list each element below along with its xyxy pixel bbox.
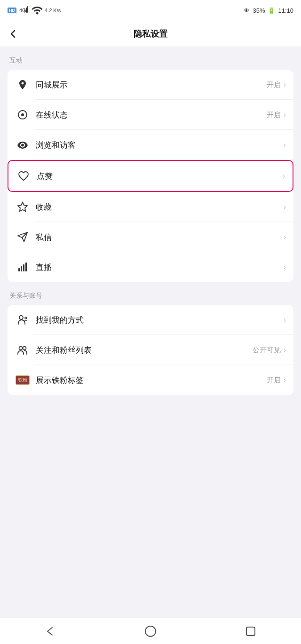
find-person-icon — [15, 312, 30, 327]
menu-text-live: 直播 — [36, 262, 284, 273]
menu-value-same-city: 开启 — [267, 80, 281, 89]
svg-point-5 — [21, 113, 24, 116]
menu-arrow-online-status: › — [284, 111, 286, 119]
battery-level: 35% — [253, 7, 265, 14]
menu-item-find-me[interactable]: 找到我的方式› — [8, 305, 293, 335]
svg-rect-1 — [24, 9, 25, 13]
wifi-icon — [32, 4, 43, 17]
follow-fans-icon — [15, 342, 30, 358]
section-label-0: 互动 — [0, 56, 301, 70]
online-icon — [15, 107, 30, 122]
svg-point-11 — [25, 317, 27, 319]
eye-icon — [15, 137, 30, 152]
nav-back-button[interactable] — [39, 620, 62, 643]
svg-rect-15 — [246, 627, 255, 636]
menu-card-0: 同城展示开启›在线状态开启›浏览和访客›点赞›收藏›私信›直播› — [8, 70, 293, 282]
section-0: 互动同城展示开启›在线状态开启›浏览和访客›点赞›收藏›私信›直播› — [0, 56, 301, 282]
menu-arrow-likes: › — [283, 172, 285, 180]
nav-home-button[interactable] — [139, 620, 162, 643]
menu-arrow-iron-fan: › — [284, 376, 286, 384]
message-icon — [15, 230, 30, 245]
menu-item-live[interactable]: 直播› — [8, 252, 293, 282]
svg-rect-9 — [25, 262, 27, 271]
menu-text-browse-visitor: 浏览和访客 — [36, 140, 284, 151]
section-label-1: 关系与账号 — [0, 292, 301, 305]
iron-fan-icon: 铁粉 — [15, 373, 30, 388]
status-right: 👁 35% 🔋 11:10 — [244, 7, 293, 14]
location-icon — [15, 77, 30, 92]
bottom-nav-bar — [0, 618, 301, 644]
speed-indicator: 4.2 K/s — [45, 8, 61, 13]
menu-item-likes[interactable]: 点赞› — [8, 161, 293, 191]
menu-arrow-follow-fans: › — [284, 346, 286, 354]
status-bar: HD 4G 4.2 K/s 👁 35% 🔋 11:10 — [0, 0, 301, 21]
menu-item-follow-fans[interactable]: 关注和粉丝列表公开可见› — [8, 335, 293, 365]
svg-rect-8 — [23, 264, 24, 271]
menu-item-browse-visitor[interactable]: 浏览和访客› — [8, 130, 293, 160]
svg-rect-3 — [27, 6, 28, 13]
menu-value-iron-fan: 开启 — [267, 376, 281, 385]
clock: 11:10 — [278, 7, 293, 14]
svg-point-12 — [19, 347, 23, 350]
menu-text-likes: 点赞 — [37, 171, 283, 182]
page-header: 隐私设置 — [0, 21, 301, 47]
menu-text-message: 私信 — [36, 232, 284, 243]
menu-item-message[interactable]: 私信› — [8, 222, 293, 252]
eye-icon: 👁 — [244, 7, 250, 14]
menu-arrow-message: › — [284, 233, 286, 241]
menu-text-find-me: 找到我的方式 — [36, 315, 284, 326]
menu-text-online-status: 在线状态 — [36, 110, 267, 120]
menu-arrow-find-me: › — [284, 316, 286, 324]
menu-text-collect: 收藏 — [36, 202, 284, 213]
svg-point-14 — [145, 626, 156, 636]
menu-item-online-status[interactable]: 在线状态开启› — [8, 100, 293, 130]
heart-icon — [16, 168, 31, 183]
menu-item-same-city[interactable]: 同城展示开启› — [8, 70, 293, 100]
menu-arrow-collect: › — [284, 203, 286, 211]
menu-text-iron-fan: 展示铁粉标签 — [36, 375, 267, 386]
svg-rect-6 — [18, 268, 20, 271]
network-indicator: 4G — [18, 4, 30, 17]
section-1: 关系与账号找到我的方式›关注和粉丝列表公开可见›铁粉展示铁粉标签开启› — [0, 292, 301, 395]
nav-recent-button[interactable] — [239, 620, 262, 643]
star-icon — [15, 199, 30, 215]
menu-item-iron-fan[interactable]: 铁粉展示铁粉标签开启› — [8, 365, 293, 395]
menu-arrow-browse-visitor: › — [284, 141, 286, 149]
svg-rect-7 — [21, 266, 22, 271]
battery-icon: 🔋 — [268, 7, 275, 14]
menu-item-collect[interactable]: 收藏› — [8, 192, 293, 222]
svg-point-10 — [19, 316, 23, 319]
back-button[interactable] — [8, 28, 19, 40]
menu-text-follow-fans: 关注和粉丝列表 — [36, 345, 253, 356]
svg-point-13 — [23, 347, 26, 350]
menu-value-online-status: 开启 — [267, 111, 281, 119]
menu-arrow-live: › — [284, 263, 286, 271]
live-icon — [15, 260, 30, 275]
highlighted-wrapper: 点赞› — [8, 160, 293, 192]
page-title: 隐私设置 — [134, 28, 167, 40]
menu-arrow-same-city: › — [284, 80, 286, 89]
menu-text-same-city: 同城展示 — [36, 80, 267, 90]
hd-badge: HD — [8, 8, 16, 13]
svg-rect-2 — [26, 8, 27, 13]
menu-card-1: 找到我的方式›关注和粉丝列表公开可见›铁粉展示铁粉标签开启› — [8, 305, 293, 395]
status-left: HD 4G 4.2 K/s — [8, 4, 61, 17]
menu-value-follow-fans: 公开可见 — [253, 346, 281, 355]
